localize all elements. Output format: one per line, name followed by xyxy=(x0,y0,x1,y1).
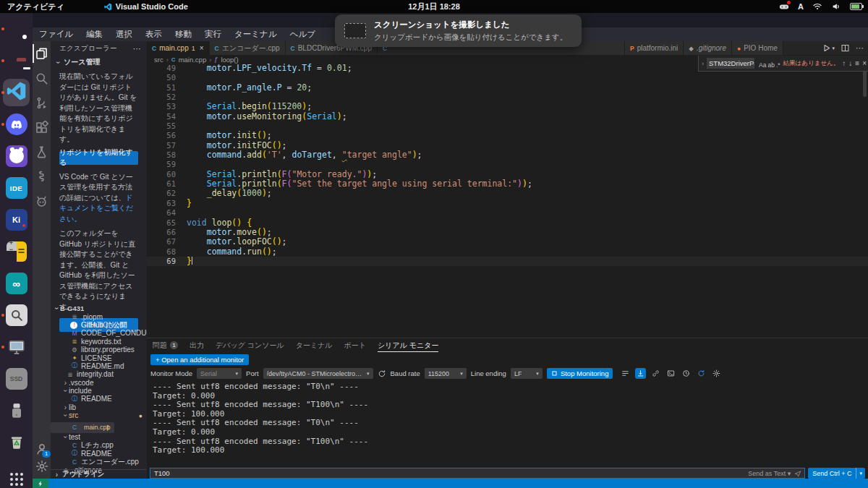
dock-item-ssd[interactable]: SSD xyxy=(0,363,33,395)
clock[interactable]: 12月1日 18:28 xyxy=(408,1,460,12)
dock-item-vscode[interactable] xyxy=(0,77,33,108)
battery-icon[interactable] xyxy=(850,3,862,10)
find-input[interactable]: STM32DriverParar xyxy=(707,58,754,69)
focused-app-title[interactable]: Visual Studio Code xyxy=(104,2,188,11)
tree-item-keywords.txt[interactable]: ≣keywords.txt xyxy=(51,338,147,346)
tab-.gitignore[interactable]: ◆.gitignore xyxy=(684,41,732,55)
find-close-button[interactable]: × xyxy=(862,59,867,67)
open-additional-monitor-button[interactable]: + Open an additional monitor xyxy=(150,354,249,365)
tree-item-.vscode[interactable]: ›.vscode xyxy=(51,379,147,387)
more-actions-button[interactable]: ⋯ xyxy=(856,43,864,53)
menu-item[interactable]: 編集 xyxy=(80,29,109,40)
line-ending-select[interactable]: LF▾ xyxy=(511,368,542,379)
sidebar-more-button[interactable]: ⋯ xyxy=(133,44,141,53)
tree-item-lib[interactable]: ›lib xyxy=(51,403,147,411)
gear-button[interactable] xyxy=(711,368,722,379)
tree-item-integrity.dat[interactable]: ≣integrity.dat xyxy=(51,370,147,378)
activitybar-platformio[interactable] xyxy=(33,189,51,213)
remote-indicator[interactable] xyxy=(33,479,48,488)
find-expand-chevron[interactable]: › xyxy=(702,60,704,67)
tree-item-LICENSE[interactable]: ✦LICENSE xyxy=(51,354,147,361)
tree-item-README[interactable]: ⓘREADME xyxy=(51,450,147,458)
stop-monitoring-button[interactable]: Stop Monitoring xyxy=(547,368,613,379)
panel-tab-デバッグ コンソール[interactable]: デバッグ コンソール xyxy=(216,338,284,352)
tree-item-B-G431[interactable]: ›B-G431 xyxy=(51,304,147,312)
send-plane-icon[interactable] xyxy=(794,470,801,477)
manage-button[interactable] xyxy=(33,457,51,476)
run-button[interactable]: ▾ xyxy=(822,43,835,53)
tree-item-README.md[interactable]: ⓘREADME.md xyxy=(51,362,147,370)
tree-item-Lチカ.cpp[interactable]: CLチカ.cpp xyxy=(51,441,147,449)
dock-item-trash[interactable] xyxy=(0,427,33,458)
init-repository-button[interactable]: リポジトリを初期化する xyxy=(59,151,138,165)
tab-PIO Home[interactable]: ●PIO Home xyxy=(732,41,783,55)
breadcrumb-item[interactable]: src xyxy=(154,56,163,64)
refresh-button[interactable] xyxy=(696,368,707,379)
activitybar-python[interactable] xyxy=(33,164,51,189)
monitor-mode-select[interactable]: Serial▾ xyxy=(197,368,242,379)
autoscroll-button[interactable] xyxy=(635,368,646,379)
tab-main.cpp[interactable]: Cmain.cpp1× xyxy=(147,41,210,55)
tree-item-CODE_OF_CONDUCT.md[interactable]: MCODE_OF_CONDUCT.md xyxy=(51,329,147,337)
tree-item-CITATION.cff[interactable]: !CITATION.cff xyxy=(51,321,147,329)
menu-item[interactable]: ファイル xyxy=(33,29,80,40)
gamepad-indicator-icon[interactable] xyxy=(779,1,789,12)
tree-item-エンコーダー.cpp[interactable]: Cエンコーダー.cpp xyxy=(51,458,147,466)
wifi-icon[interactable] xyxy=(812,1,822,12)
dock-item-discord[interactable] xyxy=(0,108,33,140)
dock-item-screenshot-tool[interactable] xyxy=(0,299,33,331)
input-method-indicator[interactable]: A xyxy=(798,2,804,11)
tab-close-icon[interactable]: × xyxy=(200,44,204,52)
tab-platformio.ini[interactable]: Pplatformio.ini xyxy=(625,41,684,55)
menu-item[interactable]: ヘルプ xyxy=(284,29,322,40)
panel-tab-問題[interactable]: 問題1 xyxy=(153,338,178,352)
find-toggle-ab[interactable]: ab xyxy=(767,61,774,69)
dock-item-kazam[interactable] xyxy=(0,331,33,363)
panel-tab-ターミナル[interactable]: ターミナル xyxy=(296,338,333,352)
wrap-button[interactable] xyxy=(620,368,631,379)
dock-item-files[interactable] xyxy=(0,45,33,77)
menu-item[interactable]: 移動 xyxy=(169,29,198,40)
activitybar-extensions[interactable] xyxy=(33,115,51,140)
link-button[interactable] xyxy=(650,368,661,379)
volume-icon[interactable] xyxy=(831,1,841,12)
panel-tab-ポート[interactable]: ポート xyxy=(344,338,366,352)
notification-toast[interactable]: スクリーンショットを撮影しました クリップボードから画像を貼り付けることができま… xyxy=(335,14,582,47)
menu-item[interactable]: 表示 xyxy=(139,29,169,40)
tree-item-src[interactable]: ›src● xyxy=(51,411,147,419)
tree-item-library.properties[interactable]: ⚙library.properties xyxy=(51,346,147,354)
code-editor[interactable]: 49 motor.LPF_velocity.Tf = 0.01;5051 mot… xyxy=(147,64,868,338)
split-editor-button[interactable] xyxy=(841,43,850,53)
send-button[interactable]: Send Ctrl + C ▾ xyxy=(808,468,865,479)
panel-tab-シリアル モニター[interactable]: シリアル モニター xyxy=(378,338,438,352)
clock-button[interactable] xyxy=(681,368,692,379)
serial-output[interactable]: ---- Sent utf8 encoded message: "T0\n" -… xyxy=(153,382,865,463)
activities-button[interactable]: アクティビティ xyxy=(7,1,64,12)
tree-item-main.cpp[interactable]: Cmain.cpp1 xyxy=(51,422,114,433)
menu-item[interactable]: 実行 xyxy=(198,29,228,40)
terminal-button[interactable] xyxy=(665,368,676,379)
scm-section-header[interactable]: › ソース管理 xyxy=(51,56,147,69)
port-select[interactable]: /dev/ttyACM0 - STMicroelectronics▾ xyxy=(263,368,373,379)
activitybar-search[interactable] xyxy=(33,66,51,90)
serial-send-input[interactable]: T100 Send as Text ▾ xyxy=(150,468,805,479)
panel-tab-出力[interactable]: 出力 xyxy=(190,338,204,352)
dock-item-arduino[interactable]: ∞ xyxy=(0,267,33,299)
breadcrumb-item[interactable]: main.cpp xyxy=(179,56,207,64)
dock-item-chrome[interactable] xyxy=(0,13,33,45)
dock-item-kicad[interactable]: Ki xyxy=(0,204,33,236)
outline-section[interactable]: › アウトライン xyxy=(51,469,147,479)
find-toggle-Aa[interactable]: Aa xyxy=(759,61,766,69)
tree-item-test[interactable]: ›test xyxy=(51,433,147,441)
refresh-ports-icon[interactable] xyxy=(378,369,386,378)
menu-item[interactable]: ターミナル xyxy=(228,29,284,40)
find-next-button[interactable]: ↓ xyxy=(848,59,852,67)
accounts-button[interactable]: 1 xyxy=(33,440,51,458)
activitybar-testing[interactable] xyxy=(33,140,51,164)
tree-item-README[interactable]: ⓘREADME xyxy=(51,395,147,403)
dock-item-usb-drive[interactable] xyxy=(0,395,33,427)
send-button-dropdown[interactable]: ▾ xyxy=(856,468,865,479)
dock-item-calculator[interactable]: +−= xyxy=(0,236,33,267)
app-grid-button[interactable] xyxy=(0,473,33,486)
find-toggle-[interactable]: .* xyxy=(776,61,780,69)
